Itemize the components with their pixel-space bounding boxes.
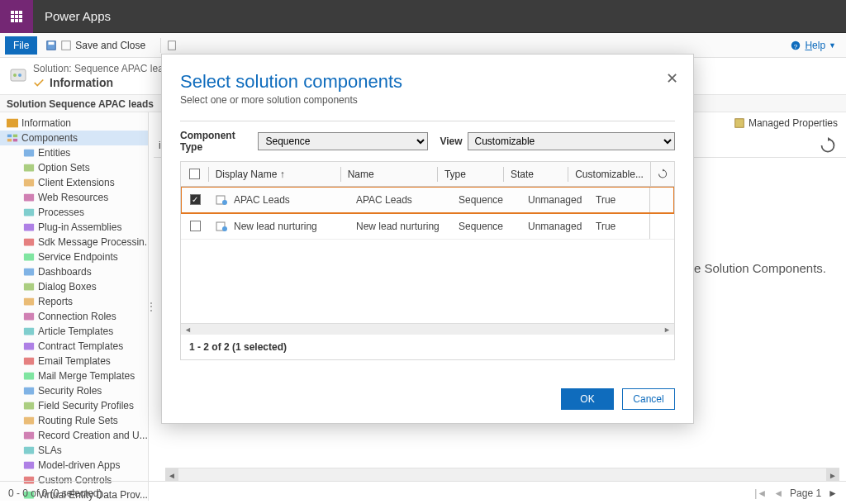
components-icon: [7, 133, 18, 143]
tree-node[interactable]: Client Extensions: [0, 175, 148, 190]
tree-node[interactable]: Model-driven Apps: [0, 458, 148, 473]
save-close-button[interactable]: Save and Close: [45, 40, 145, 51]
tree-node[interactable]: Option Sets: [0, 160, 148, 175]
scroll-left-button[interactable]: ◄: [165, 468, 178, 482]
tree-node-icon: [23, 282, 35, 292]
dialog-divider: [180, 121, 675, 121]
svg-rect-16: [24, 179, 34, 187]
tree-node[interactable]: Processes: [0, 205, 148, 220]
tree-node[interactable]: Contract Templates: [0, 339, 148, 354]
svg-rect-11: [13, 135, 17, 138]
info-icon: [33, 77, 45, 88]
tree-node-icon: [23, 341, 35, 351]
tree-node-icon: [23, 445, 35, 455]
svg-point-43: [222, 200, 227, 205]
tree-node[interactable]: Dashboards: [0, 264, 148, 279]
sequence-icon: [216, 194, 229, 206]
tree-node[interactable]: Service Endpoints: [0, 250, 148, 264]
tree-node-label: Option Sets: [38, 162, 90, 174]
svg-rect-29: [24, 373, 34, 380]
svg-rect-24: [24, 298, 34, 306]
cell-customizable: True: [589, 213, 649, 239]
tree-node[interactable]: Reports: [0, 294, 148, 309]
scroll-right-button[interactable]: ►: [826, 468, 839, 482]
tree-node-icon: [23, 207, 35, 217]
tree-node-label: Dashboards: [38, 266, 92, 278]
svg-rect-20: [24, 239, 34, 246]
col-type[interactable]: Type: [438, 162, 503, 186]
cell-customizable: True: [589, 187, 649, 212]
svg-rect-14: [24, 150, 34, 157]
tree-node[interactable]: Sdk Message Processin...: [0, 235, 148, 250]
tree-node-icon: [23, 237, 35, 247]
col-name[interactable]: Name: [341, 162, 437, 186]
col-state[interactable]: State: [504, 162, 568, 186]
close-button[interactable]: ✕: [666, 69, 678, 88]
tree-node[interactable]: Field Security Profiles: [0, 398, 148, 413]
grid-hscroll[interactable]: ◄►: [181, 323, 674, 335]
page-label: Page 1: [790, 487, 821, 499]
horizontal-scrollbar[interactable]: ◄ ►: [165, 468, 839, 481]
tree-node-icon: [23, 311, 35, 321]
tree-node-label: Record Creation and U...: [38, 430, 148, 441]
svg-rect-33: [24, 432, 34, 440]
col-display-name[interactable]: Display Name ↑: [209, 162, 340, 186]
cancel-button[interactable]: Cancel: [622, 388, 675, 410]
row-checkbox[interactable]: [181, 213, 209, 239]
tree-node-components[interactable]: Components: [0, 131, 148, 145]
tree-node[interactable]: Article Templates: [0, 324, 148, 339]
tree-node[interactable]: Connection Roles: [0, 309, 148, 324]
nav-tree[interactable]: Information Components EntitiesOption Se…: [0, 112, 149, 501]
tree-node[interactable]: Routing Rule Sets: [0, 413, 148, 428]
view-select[interactable]: Customizable: [468, 132, 675, 150]
svg-rect-9: [7, 119, 18, 128]
file-button[interactable]: File: [5, 36, 37, 55]
cell-state: Unmanaged: [521, 213, 589, 239]
page-next[interactable]: ►: [828, 487, 838, 499]
tree-node-label: Entities: [38, 147, 70, 159]
tree-node-label: Mail Merge Templates: [38, 370, 135, 382]
tree-node-icon: [23, 193, 35, 202]
svg-rect-31: [24, 402, 34, 410]
tree-node[interactable]: Record Creation and U...: [0, 428, 148, 443]
table-row[interactable]: New lead nurturingNew lead nurturingSequ…: [181, 213, 674, 240]
page-prev[interactable]: ◄: [773, 487, 783, 499]
tree-node[interactable]: SLAs: [0, 443, 148, 458]
help-link[interactable]: ? Help▼: [790, 40, 836, 51]
close-mini-icon: [60, 40, 72, 51]
tree-node[interactable]: Entities: [0, 145, 148, 160]
managed-properties-button[interactable]: Managed Properties: [734, 117, 838, 129]
tree-node-label: Processes: [38, 207, 84, 218]
svg-rect-19: [24, 224, 34, 231]
app-launcher[interactable]: [0, 0, 33, 33]
tree-node-label: Sdk Message Processin...: [38, 236, 148, 248]
ok-button[interactable]: OK: [561, 388, 614, 410]
svg-rect-22: [24, 269, 34, 276]
tree-root-information[interactable]: Information: [0, 116, 148, 131]
tree-node[interactable]: Mail Merge Templates: [0, 368, 148, 383]
cell-state: Unmanaged: [521, 187, 589, 212]
select-all-checkbox[interactable]: [181, 162, 208, 186]
tree-node[interactable]: Web Resources: [0, 190, 148, 205]
svg-rect-34: [24, 447, 34, 454]
select-components-dialog: ✕ Select solution components Select one …: [161, 54, 694, 424]
tree-node-label: Connection Roles: [38, 311, 116, 322]
refresh-button[interactable]: [820, 137, 836, 154]
col-customizable[interactable]: Customizable...: [568, 162, 650, 186]
page-first[interactable]: |◄: [754, 487, 767, 499]
row-checkbox[interactable]: ✓: [181, 187, 209, 212]
cell-name: APAC Leads: [349, 187, 452, 212]
table-row[interactable]: ✓APAC LeadsAPAC LeadsSequenceUnmanagedTr…: [181, 187, 674, 213]
tree-node[interactable]: Security Roles: [0, 383, 148, 398]
component-type-select[interactable]: Sequence: [258, 132, 428, 150]
tree-node-icon: [23, 416, 35, 426]
toolbar-extra-icon[interactable]: [166, 40, 178, 51]
tree-node[interactable]: Email Templates: [0, 354, 148, 368]
tree-node-label: Email Templates: [38, 355, 111, 367]
svg-rect-21: [24, 254, 34, 261]
svg-point-45: [222, 226, 227, 231]
grid-refresh-button[interactable]: [650, 162, 674, 186]
tree-node[interactable]: Plug-in Assemblies: [0, 220, 148, 235]
app-name: Power Apps: [45, 9, 111, 23]
tree-node[interactable]: Dialog Boxes: [0, 279, 148, 294]
